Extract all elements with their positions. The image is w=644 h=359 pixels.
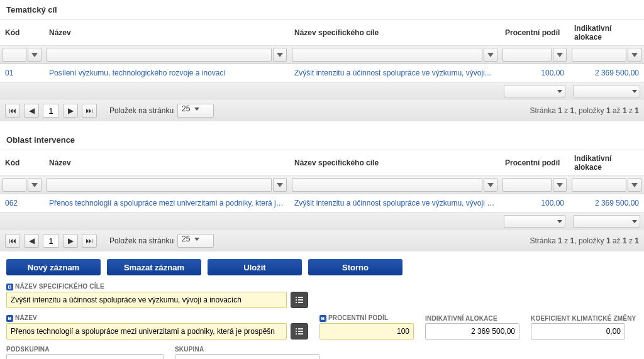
filter-spec-button[interactable] [484, 48, 497, 62]
tematic-grid: Kód Název Název specifického cíle Procen… [0, 19, 644, 100]
pager-perpage-select[interactable]: 25 [177, 234, 214, 248]
svg-rect-10 [296, 333, 297, 334]
col-podil[interactable]: Procentní podíl [500, 150, 569, 176]
pager-prev-button[interactable]: ◀ [24, 234, 39, 248]
filter-alokace-button[interactable] [628, 48, 641, 62]
cell-podil: 100,00 [500, 64, 569, 82]
funnel-icon [277, 183, 283, 187]
filter-podil-button[interactable] [553, 178, 567, 192]
nazev-picker-button[interactable] [291, 323, 308, 340]
chevron-down-icon [194, 108, 199, 111]
col-nazev[interactable]: Název [44, 20, 289, 46]
koef-input[interactable] [531, 323, 625, 340]
col-podil[interactable]: Procentní podíl [500, 20, 569, 46]
alokace-label: INDIKATIVNÍ ALOKACE [425, 315, 519, 322]
cell-alokace: 2 369 500,00 [569, 64, 644, 82]
pager-perpage-value: 25 [182, 104, 190, 113]
tematic-filter-row [0, 46, 644, 64]
podskupina-input[interactable] [6, 354, 164, 359]
funnel-icon [487, 53, 494, 57]
summary-alokace-dropdown[interactable] [573, 85, 640, 97]
col-alokace[interactable]: Indikativní alokace [569, 20, 644, 46]
alokace-input[interactable] [425, 323, 519, 340]
nazev-input[interactable] [6, 323, 287, 340]
pager-next-button[interactable]: ▶ [63, 234, 78, 248]
tematic-panel-title: Tematický cíl [0, 0, 644, 19]
funnel-icon [31, 53, 38, 57]
pager-summary: Stránka 1 z 1, položky 1 až 1 z 1 [530, 106, 639, 115]
funnel-icon [487, 183, 494, 187]
svg-rect-11 [298, 333, 303, 334]
detail-form: BNÁZEV SPECIFICKÉHO CÍLE BNÁZEV BPROCENT… [0, 283, 644, 359]
filter-nazev-button[interactable] [273, 48, 287, 62]
summary-alokace-dropdown[interactable] [573, 215, 640, 228]
list-icon [295, 327, 304, 336]
filter-kod-input[interactable] [3, 178, 26, 192]
delete-record-button[interactable]: Smazat záznam [107, 259, 201, 275]
col-spec[interactable]: Název specifického cíle [289, 150, 500, 176]
filter-nazev-input[interactable] [47, 48, 272, 62]
summary-podil-dropdown[interactable] [504, 85, 565, 97]
filter-spec-button[interactable] [484, 178, 497, 192]
filter-spec-input[interactable] [292, 48, 482, 62]
oblast-data-row[interactable]: 062 Přenos technologií a spolupráce mezi… [0, 194, 644, 213]
cell-nazev[interactable]: Přenos technologií a spolupráce mezi uni… [44, 194, 289, 213]
filter-kod-input[interactable] [3, 48, 26, 62]
filter-kod-button[interactable] [28, 48, 42, 62]
new-record-button[interactable]: Nový záznam [6, 259, 101, 275]
cell-spec[interactable]: Zvýšit intenzitu a účinnost spolupráce v… [289, 194, 500, 213]
col-kod[interactable]: Kód [0, 20, 44, 46]
cell-podil: 100,00 [500, 194, 569, 213]
col-spec[interactable]: Název specifického cíle [289, 20, 500, 46]
spec-label: BNÁZEV SPECIFICKÉHO CÍLE [6, 283, 308, 290]
col-nazev[interactable]: Název [44, 150, 289, 176]
chevron-down-icon [557, 90, 562, 93]
pager-prev-button[interactable]: ◀ [24, 104, 39, 118]
svg-rect-5 [298, 302, 303, 303]
skupina-input[interactable] [175, 354, 319, 359]
cancel-button[interactable]: Storno [308, 259, 402, 275]
chevron-down-icon [557, 220, 562, 223]
svg-rect-0 [296, 297, 297, 298]
cell-spec[interactable]: Zvýšit intenzitu a účinnost spolupráce v… [289, 64, 500, 82]
pager-last-button[interactable]: ⏭ [82, 234, 97, 248]
filter-podil-button[interactable] [553, 48, 567, 62]
col-kod[interactable]: Kód [0, 150, 44, 176]
filter-kod-button[interactable] [28, 178, 42, 192]
filter-spec-input[interactable] [292, 178, 482, 192]
pager-page-input[interactable] [43, 104, 59, 118]
pager-first-button[interactable]: ⏮ [5, 104, 20, 118]
pager-perpage-select[interactable]: 25 [177, 104, 214, 118]
filter-nazev-input[interactable] [47, 178, 272, 192]
list-icon [295, 295, 304, 304]
save-button[interactable]: Uložit [208, 259, 302, 275]
podil-input[interactable] [319, 323, 414, 340]
tematic-data-row[interactable]: 01 Posílení výzkumu, technologického roz… [0, 64, 644, 82]
podskupina-label: PODSKUPINA [6, 346, 164, 353]
pager-next-button[interactable]: ▶ [63, 104, 78, 118]
summary-podil-dropdown[interactable] [504, 215, 565, 228]
pager-page-input[interactable] [43, 234, 59, 248]
pager-last-button[interactable]: ⏭ [82, 104, 97, 118]
col-alokace[interactable]: Indikativní alokace [569, 150, 644, 176]
required-icon: B [319, 315, 326, 322]
cell-kod[interactable]: 062 [0, 194, 44, 213]
chevron-down-icon [632, 220, 637, 223]
filter-nazev-button[interactable] [273, 178, 287, 192]
spec-input[interactable] [6, 292, 287, 308]
tematic-pager: ⏮ ◀ ▶ ⏭ Položek na stránku 25 Stránka 1 … [0, 100, 644, 121]
filter-podil-input[interactable] [502, 178, 552, 192]
svg-rect-3 [298, 299, 303, 301]
svg-rect-9 [298, 331, 303, 332]
spec-picker-button[interactable] [291, 292, 308, 308]
cell-nazev[interactable]: Posílení výzkumu, technologického rozvoj… [44, 64, 289, 82]
svg-rect-4 [296, 302, 297, 303]
filter-alokace-input[interactable] [572, 178, 626, 192]
filter-alokace-button[interactable] [628, 178, 641, 192]
cell-kod[interactable]: 01 [0, 64, 44, 82]
pager-first-button[interactable]: ⏮ [5, 234, 20, 248]
required-icon: B [6, 284, 13, 290]
svg-rect-2 [296, 299, 297, 301]
filter-alokace-input[interactable] [572, 48, 626, 62]
filter-podil-input[interactable] [502, 48, 552, 62]
